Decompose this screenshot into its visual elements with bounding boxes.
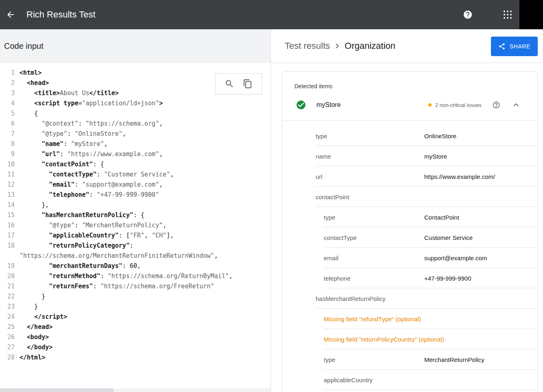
line-number: 3 xyxy=(0,88,15,98)
property-label: url xyxy=(316,173,323,180)
line-content: <head> xyxy=(15,78,49,88)
line-content: } xyxy=(15,302,38,312)
share-button[interactable]: SHARE xyxy=(491,37,538,56)
chevron-right-icon xyxy=(332,41,342,51)
copy-icon[interactable] xyxy=(243,79,253,89)
profile-area[interactable] xyxy=(519,0,543,29)
line-number: 16 xyxy=(0,220,15,231)
code-toolbar xyxy=(215,73,262,94)
line-content: <html> xyxy=(15,68,41,78)
line-content: "name": "myStore", xyxy=(15,139,108,149)
property-row: namemyStore xyxy=(282,146,537,166)
property-value: ContactPoint xyxy=(424,214,459,221)
code-line: 7 "@type": "OnlineStore", xyxy=(0,129,270,139)
help-icon[interactable] xyxy=(463,10,473,20)
code-line: 8 "name": "myStore", xyxy=(0,139,270,149)
code-line: 25 </head> xyxy=(0,322,270,332)
results-card: Detected items myStore 2 non-critical is… xyxy=(282,71,538,392)
line-number: 22 xyxy=(0,292,15,302)
line-number: 5 xyxy=(0,109,15,119)
missing-field-row: Missing field "returnPolicyCountry" (opt… xyxy=(282,329,537,349)
line-number: 19 xyxy=(0,261,15,271)
property-row: hasMerchantReturnPolicy xyxy=(282,288,537,309)
results-header: Test results Organization SHARE xyxy=(271,29,543,63)
line-number: 12 xyxy=(0,180,15,190)
code-line: 23 } xyxy=(0,302,270,312)
line-number: 11 xyxy=(0,170,15,180)
line-content: <body> xyxy=(15,332,49,342)
code-line: 11 "contactType": "Customer Service", xyxy=(0,170,270,180)
property-label: hasMerchantReturnPolicy xyxy=(316,295,386,302)
check-circle-icon xyxy=(296,100,306,110)
line-content: "https://schema.org/MerchantReturnFinite… xyxy=(15,251,218,261)
property-value: MerchantReturnPolicy xyxy=(424,356,484,363)
code-line: 20 "returnMethod": "https://schema.org/R… xyxy=(0,271,270,281)
line-number: 27 xyxy=(0,342,15,353)
property-value: support@example.com xyxy=(424,255,487,261)
line-number: 26 xyxy=(0,332,15,342)
code-line: 16 "@type": "MerchantReturnPolicy", xyxy=(0,220,270,231)
property-label: email xyxy=(324,255,338,261)
line-number: 18 xyxy=(0,241,15,251)
property-label: contactPoint xyxy=(316,194,349,200)
search-icon[interactable] xyxy=(225,79,234,89)
code-line: "https://schema.org/MerchantReturnFinite… xyxy=(0,251,270,261)
line-content: <title>About Us</title> xyxy=(15,88,119,98)
line-number: 20 xyxy=(0,271,15,281)
property-value: +47-99-999-9900 xyxy=(424,275,471,282)
chevron-up-icon[interactable] xyxy=(511,100,521,110)
code-line: 5 { xyxy=(0,109,270,119)
missing-field-row: Missing field "refundType" (optional) xyxy=(282,309,537,329)
line-content: "returnMethod": "https://schema.org/Retu… xyxy=(15,271,233,281)
code-editor[interactable]: 1<html>2 <head>3 <title>About Us</title>… xyxy=(0,63,270,392)
main-content: Code input 1<html>2 <head>3 <title>About… xyxy=(0,29,543,392)
scrollbar-thumb[interactable] xyxy=(0,388,114,392)
property-label: telephone xyxy=(324,275,351,282)
line-number: 6 xyxy=(0,119,15,129)
property-table: typeOnlineStorenamemyStoreurlhttps://www… xyxy=(282,121,537,390)
code-line: 17 "applicableCountry": ["FR", "CH"], xyxy=(0,231,270,241)
line-content: </body> xyxy=(15,342,52,353)
property-label: type xyxy=(316,133,327,139)
line-content: "@type": "OnlineStore", xyxy=(15,129,126,139)
issues-count-label: 2 non-critical issues xyxy=(435,102,482,108)
line-number: 4 xyxy=(0,98,15,109)
line-number: 2 xyxy=(0,78,15,88)
line-content: "url": "https://www.example.com", xyxy=(15,149,163,159)
property-label: applicableCountry xyxy=(324,377,373,383)
help-outline-icon[interactable] xyxy=(492,101,500,109)
property-row: emailsupport@example.com xyxy=(282,248,537,268)
breadcrumb-test-results[interactable]: Test results xyxy=(285,41,330,51)
detected-items-label: Detected items xyxy=(282,72,537,89)
line-content: "returnPolicyCategory": xyxy=(15,241,133,251)
apps-grid-icon[interactable] xyxy=(503,10,512,20)
property-row: typeOnlineStore xyxy=(282,126,537,146)
line-content: </script> xyxy=(15,312,67,322)
back-arrow-icon[interactable] xyxy=(6,10,15,20)
property-label: type xyxy=(324,356,335,363)
code-lines: 1<html>2 <head>3 <title>About Us</title>… xyxy=(0,68,270,363)
line-content: <script type="application/ld+json"> xyxy=(15,98,163,109)
code-input-header: Code input xyxy=(0,29,270,63)
detected-entity-row[interactable]: myStore 2 non-critical issues xyxy=(282,89,537,120)
property-row: telephone+47-99-999-9900 xyxy=(282,268,537,288)
property-row: urlhttps://www.example.com/ xyxy=(282,166,537,187)
horizontal-scrollbar xyxy=(0,388,270,392)
line-number: 7 xyxy=(0,129,15,139)
line-number: 28 xyxy=(0,353,15,363)
line-number: 24 xyxy=(0,312,15,322)
property-value: OnlineStore xyxy=(424,133,456,139)
code-input-title: Code input xyxy=(4,41,44,51)
code-input-panel: Code input 1<html>2 <head>3 <title>About… xyxy=(0,29,270,392)
line-content: </html> xyxy=(15,353,45,363)
property-row: typeMerchantReturnPolicy xyxy=(282,349,537,370)
line-number: 21 xyxy=(0,281,15,292)
line-number: 8 xyxy=(0,139,15,149)
code-line: 4 <script type="application/ld+json"> xyxy=(0,98,270,109)
property-label: contactType xyxy=(324,234,357,241)
missing-field-label: Missing field "refundType" (optional) xyxy=(324,316,421,322)
line-number: 23 xyxy=(0,302,15,312)
line-number: 17 xyxy=(0,231,15,241)
line-content: } xyxy=(15,292,45,302)
code-line: 15 "hasMerchantReturnPolicy": { xyxy=(0,210,270,220)
